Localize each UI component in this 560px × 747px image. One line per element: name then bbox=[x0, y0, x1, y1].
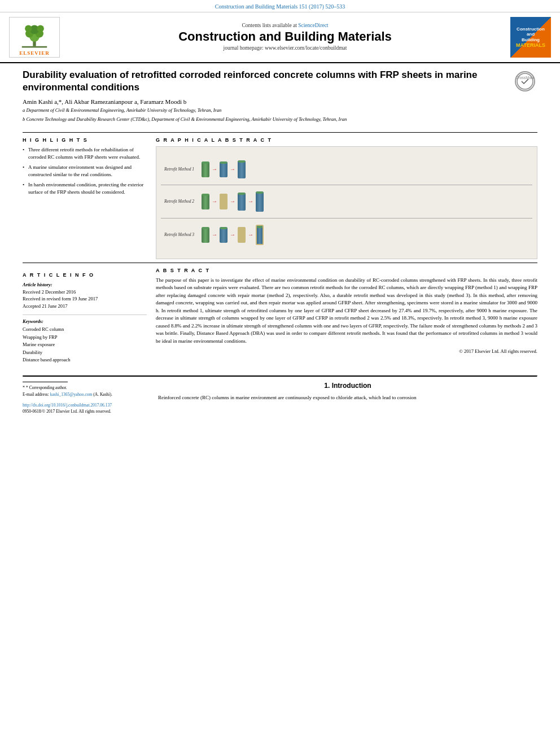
cbm-logo: Construction and Building MATERIALS bbox=[510, 17, 551, 58]
ga-cylinder-9 bbox=[256, 225, 264, 245]
graphical-abstract-image: Retrofit Method 1 → → Retrofit Method 2 bbox=[156, 146, 537, 259]
article-history: Article history: Received 2 December 201… bbox=[23, 281, 147, 310]
keyword-5: Distance based approach bbox=[23, 356, 147, 364]
graphical-abstract-heading: G R A P H I C A L A B S T R A C T bbox=[156, 137, 537, 143]
keyword-2: Wrapping by FRP bbox=[23, 334, 147, 342]
ga-cylinder-5 bbox=[238, 193, 246, 211]
section-divider-1 bbox=[23, 132, 537, 133]
article-title-section: Durability evaluation of retrofitted cor… bbox=[23, 69, 537, 128]
journal-reference-bar: Construction and Building Materials 151 … bbox=[0, 0, 560, 12]
affiliation-a: a Department of Civil & Environmental En… bbox=[23, 107, 509, 114]
sciencedirect-link[interactable]: ScienceDirect bbox=[298, 23, 328, 28]
section-divider-2 bbox=[23, 263, 537, 263]
corresponding-author-note: * * Corresponding author. bbox=[23, 385, 147, 391]
highlight-item-1: Three different retrofit methods for reh… bbox=[23, 146, 147, 160]
crossmark-icon: CrossMark bbox=[515, 71, 535, 91]
graphical-abstract-column: G R A P H I C A L A B S T R A C T Retrof… bbox=[156, 137, 537, 259]
copyright-line: © 2017 Elsevier Ltd. All rights reserved… bbox=[156, 348, 537, 354]
affiliation-b: b Concrete Technology and Durability Res… bbox=[23, 116, 509, 123]
doi-line: http://dx.doi.org/10.1016/j.conbuildmat.… bbox=[23, 402, 147, 408]
introduction-column: 1. Introduction Reinforced concrete (RC)… bbox=[158, 382, 537, 415]
intro-heading: 1. Introduction bbox=[158, 382, 537, 390]
keyword-3: Marine exposure bbox=[23, 341, 147, 349]
ga-arrow-1: → bbox=[212, 166, 217, 172]
highlights-heading: H I G H L I G H T S bbox=[23, 137, 147, 143]
ga-cylinder-2 bbox=[220, 161, 228, 177]
keyword-4: Durability bbox=[23, 349, 147, 357]
bottom-divider-wrapper bbox=[0, 375, 560, 377]
svg-point-6 bbox=[37, 25, 43, 32]
email-line: E-mail address: kashi_1365@yahoo.com (A.… bbox=[23, 391, 147, 397]
article-title-text: Durability evaluation of retrofitted cor… bbox=[23, 69, 509, 125]
ga-row-1: Retrofit Method 1 → → bbox=[161, 159, 532, 180]
abstract-text: The purpose of this paper is to investig… bbox=[156, 277, 537, 346]
elsevier-tree-svg bbox=[12, 18, 57, 50]
ga-row-3: Retrofit Method 3 → → → bbox=[161, 223, 532, 247]
ga-cylinder-3 bbox=[238, 160, 246, 178]
issn-line: 0950-0618/© 2017 Elsevier Ltd. All right… bbox=[23, 408, 147, 414]
ga-cylinder-4 bbox=[202, 194, 209, 209]
svg-rect-7 bbox=[22, 46, 47, 48]
footnotes-column: * * Corresponding author. E-mail address… bbox=[23, 382, 147, 415]
ga-columns-2: → → → bbox=[202, 191, 529, 212]
ga-arrow-6: → bbox=[212, 231, 217, 238]
article-info-abstract-section: A R T I C L E I N F O Article history: R… bbox=[23, 268, 537, 364]
highlights-column: H I G H L I G H T S Three different retr… bbox=[23, 137, 147, 259]
authors-line: Amin Kashi a,*, Ali Akbar Ramezanianpour… bbox=[23, 98, 509, 105]
article-info-column: A R T I C L E I N F O Article history: R… bbox=[23, 272, 147, 364]
svg-point-5 bbox=[25, 25, 32, 32]
crossmark: CrossMark bbox=[515, 71, 537, 91]
footnote-line bbox=[23, 382, 68, 382]
ga-cylinder-6 bbox=[256, 191, 264, 212]
article-body: Durability evaluation of retrofitted cor… bbox=[0, 63, 560, 370]
ga-columns-3: → → → bbox=[202, 225, 529, 245]
ga-arrow-7: → bbox=[230, 231, 235, 238]
ga-columns-1: → → bbox=[202, 160, 529, 178]
ga-arrow-3: → bbox=[212, 198, 217, 204]
keywords-title: Keywords: bbox=[23, 318, 147, 324]
ga-block-1 bbox=[220, 194, 228, 209]
highlight-item-2: A marine simulator environment was desig… bbox=[23, 164, 147, 178]
intro-text: Reinforced concrete (RC) columns in mari… bbox=[158, 394, 537, 402]
keywords-section: Keywords: Corroded RC column Wrapping by… bbox=[23, 314, 147, 364]
keywords-list: Corroded RC column Wrapping by FRP Marin… bbox=[23, 326, 147, 364]
history-title: Article history: bbox=[23, 281, 147, 289]
ga-arrow-4: → bbox=[230, 198, 235, 204]
ga-separator-2 bbox=[161, 218, 532, 219]
received-date: Received 2 December 2016 bbox=[23, 289, 147, 296]
accepted-date: Accepted 21 June 2017 bbox=[23, 303, 147, 310]
journal-title: Construction and Building Materials bbox=[65, 29, 505, 44]
ga-label-2: Retrofit Method 2 bbox=[164, 199, 198, 204]
ga-label-3: Retrofit Method 3 bbox=[164, 232, 198, 237]
ga-cylinder-8 bbox=[220, 227, 228, 243]
cbm-logo-sub: MATERIALS bbox=[516, 42, 545, 48]
elsevier-logo: ELSEVIER bbox=[9, 17, 60, 58]
ga-arrow-5: → bbox=[248, 198, 253, 204]
ga-arrow-2: → bbox=[230, 166, 235, 172]
abstract-heading: A B S T R A C T bbox=[156, 268, 537, 273]
ga-arrow-8: → bbox=[248, 231, 253, 238]
ga-block-2 bbox=[238, 227, 246, 243]
bottom-area: * * Corresponding author. E-mail address… bbox=[0, 382, 560, 415]
cbm-logo-title: Construction and Building bbox=[517, 27, 545, 43]
highlights-list: Three different retrofit methods for reh… bbox=[23, 146, 147, 196]
journal-ref-text: Construction and Building Materials 151 … bbox=[215, 3, 345, 10]
journal-center-info: Contents lists available at ScienceDirec… bbox=[65, 23, 505, 52]
elsevier-brand-text: ELSEVIER bbox=[19, 50, 50, 56]
journal-header: ELSEVIER Contents lists available at Sci… bbox=[0, 12, 560, 63]
journal-homepage-line: journal homepage: www.elsevier.com/locat… bbox=[65, 45, 505, 51]
received-revised-date: Received in revised form 19 June 2017 bbox=[23, 295, 147, 303]
highlights-ga-section: H I G H L I G H T S Three different retr… bbox=[23, 137, 537, 259]
ga-label-1: Retrofit Method 1 bbox=[164, 167, 198, 172]
highlight-item-3: In harsh environmental condition, protec… bbox=[23, 181, 147, 195]
ga-cylinder-7 bbox=[202, 227, 209, 243]
svg-text:CrossMark: CrossMark bbox=[516, 76, 534, 80]
article-title: Durability evaluation of retrofitted cor… bbox=[23, 69, 509, 94]
ga-separator-1 bbox=[161, 185, 532, 185]
ga-cylinder-1 bbox=[202, 161, 209, 177]
abstract-column: A B S T R A C T The purpose of this pape… bbox=[156, 268, 537, 364]
contents-available-line: Contents lists available at ScienceDirec… bbox=[65, 23, 505, 28]
doi-link[interactable]: http://dx.doi.org/10.1016/j.conbuildmat.… bbox=[23, 403, 112, 408]
email-link[interactable]: kashi_1365@yahoo.com bbox=[50, 392, 93, 397]
ga-row-2: Retrofit Method 2 → → → bbox=[161, 190, 532, 213]
